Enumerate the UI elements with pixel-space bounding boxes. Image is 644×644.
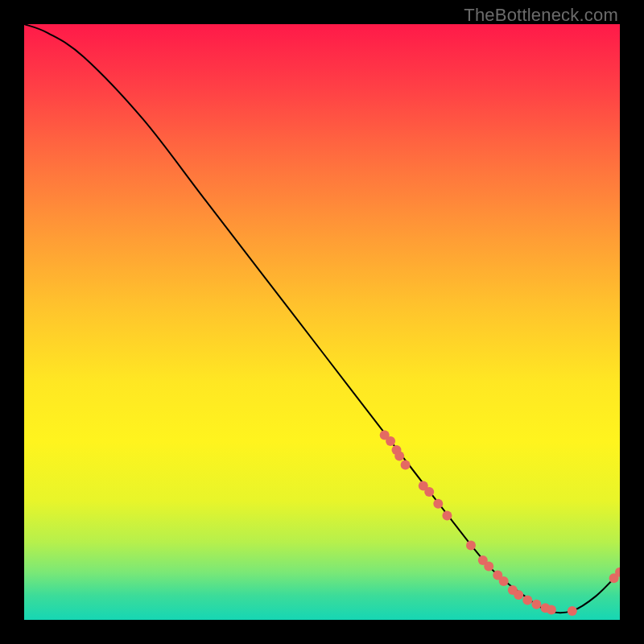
- scatter-point: [522, 596, 532, 605]
- scatter-point: [466, 541, 476, 551]
- scatter-point: [386, 436, 395, 446]
- scatter-point: [433, 499, 443, 509]
- scatter-point: [442, 511, 452, 521]
- plot-area: [24, 24, 620, 620]
- scatter-point: [514, 590, 523, 600]
- bottleneck-curve: [24, 24, 620, 613]
- scatter-point: [484, 561, 493, 571]
- chart-svg: [24, 24, 620, 620]
- watermark-text: TheBottleneck.com: [464, 5, 618, 26]
- scatter-point: [394, 452, 404, 461]
- scatter-point: [401, 460, 411, 470]
- scatter-point: [424, 487, 434, 497]
- scatter-point: [547, 605, 556, 614]
- scatter-point: [568, 606, 577, 616]
- highlighted-points: [380, 431, 620, 616]
- scatter-point: [531, 600, 541, 609]
- chart-stage: TheBottleneck.com: [0, 0, 644, 644]
- scatter-point: [499, 576, 509, 586]
